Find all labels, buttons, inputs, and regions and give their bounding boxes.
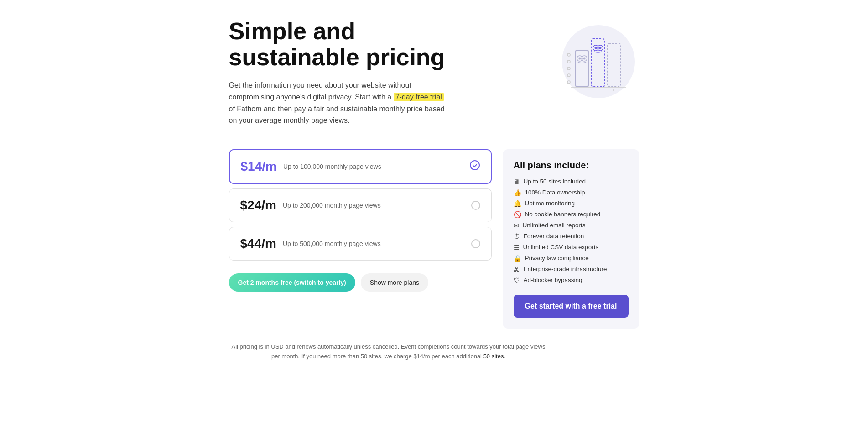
plan-card-1[interactable]: $14/m Up to 100,000 monthly page views [229, 149, 492, 184]
feature-item-1: 🖥 Up to 50 sites included [514, 178, 629, 185]
free-trial-button[interactable]: Get started with a free trial [514, 295, 629, 318]
show-more-plans-button[interactable]: Show more plans [361, 273, 428, 292]
email-icon: ✉ [514, 222, 519, 229]
plan-3-radio [471, 239, 480, 248]
svg-point-11 [583, 58, 585, 60]
csv-icon: ☰ [514, 244, 520, 251]
page-title: Simple and sustainable pricing [229, 18, 448, 70]
infrastructure-icon: 🖧 [514, 266, 520, 273]
feature-item-2: 👍 100% Data ownership [514, 189, 629, 196]
cookie-icon: 🚫 [514, 211, 521, 218]
pricing-illustration [548, 18, 639, 100]
feature-text-5: Unlimited email reports [523, 222, 586, 229]
plan-2-radio [471, 201, 480, 210]
header-text: Simple and sustainable pricing Get the i… [229, 18, 448, 126]
feature-text-2: 100% Data ownership [525, 189, 585, 196]
feature-text-3: Uptime monitoring [525, 200, 575, 207]
feature-text-10: Ad-blocker bypassing [524, 277, 582, 283]
svg-point-10 [578, 58, 581, 60]
feature-text-6: Forever data retention [524, 233, 584, 240]
highlight-text: 7-day free trial [394, 93, 444, 101]
header-section: Simple and sustainable pricing Get the i… [229, 18, 639, 126]
svg-point-14 [594, 47, 597, 49]
pricing-layout: $14/m Up to 100,000 monthly page views $… [229, 149, 639, 329]
plan-1-views: Up to 100,000 monthly page views [283, 163, 470, 170]
uptime-icon: 🔔 [514, 200, 521, 207]
yearly-switch-button[interactable]: Get 2 months free (switch to yearly) [229, 273, 355, 292]
feature-item-5: ✉ Unlimited email reports [514, 222, 629, 229]
plans-column: $14/m Up to 100,000 monthly page views $… [229, 149, 492, 292]
plan-1-price: $14/m [241, 159, 277, 174]
feature-text-8: Privacy law compliance [525, 255, 589, 262]
privacy-icon: 🔒 [514, 255, 521, 262]
feature-text-4: No cookie banners required [525, 211, 601, 218]
svg-point-21 [470, 161, 479, 170]
plan-2-views: Up to 200,000 monthly page views [283, 202, 471, 209]
page-container: Simple and sustainable pricing Get the i… [229, 18, 639, 361]
feature-item-10: 🛡 Ad-blocker bypassing [514, 277, 629, 284]
feature-list: 🖥 Up to 50 sites included 👍 100% Data ow… [514, 178, 629, 284]
feature-item-6: ⏱ Forever data retention [514, 233, 629, 240]
plan-1-selected-icon [470, 160, 480, 173]
plan-3-price: $44/m [240, 236, 276, 251]
features-title: All plans include: [514, 160, 629, 171]
feature-item-8: 🔒 Privacy law compliance [514, 255, 629, 262]
feature-text-1: Up to 50 sites included [524, 178, 586, 185]
sites-icon: 🖥 [514, 178, 520, 185]
ownership-icon: 👍 [514, 189, 521, 196]
feature-text-9: Enterprise-grade infrastructure [524, 266, 607, 272]
plan-card-2[interactable]: $24/m Up to 200,000 monthly page views [229, 188, 492, 222]
features-panel: All plans include: 🖥 Up to 50 sites incl… [503, 149, 639, 329]
adblocker-icon: 🛡 [514, 277, 520, 284]
feature-item-9: 🖧 Enterprise-grade infrastructure [514, 266, 629, 273]
feature-text-7: Unlimited CSV data exports [523, 244, 599, 251]
footer-link[interactable]: 50 sites [483, 353, 504, 360]
feature-item-4: 🚫 No cookie banners required [514, 211, 629, 218]
plan-actions: Get 2 months free (switch to yearly) Sho… [229, 273, 492, 292]
plan-3-views: Up to 500,000 monthly page views [283, 240, 471, 247]
feature-item-3: 🔔 Uptime monitoring [514, 200, 629, 207]
footer-note: All pricing is in USD and renews automat… [229, 342, 548, 361]
retention-icon: ⏱ [514, 233, 520, 240]
feature-item-7: ☰ Unlimited CSV data exports [514, 244, 629, 251]
subtitle: Get the information you need about your … [229, 79, 448, 126]
plan-2-price: $24/m [240, 198, 276, 213]
plan-card-3[interactable]: $44/m Up to 500,000 monthly page views [229, 227, 492, 261]
svg-point-15 [599, 47, 601, 49]
